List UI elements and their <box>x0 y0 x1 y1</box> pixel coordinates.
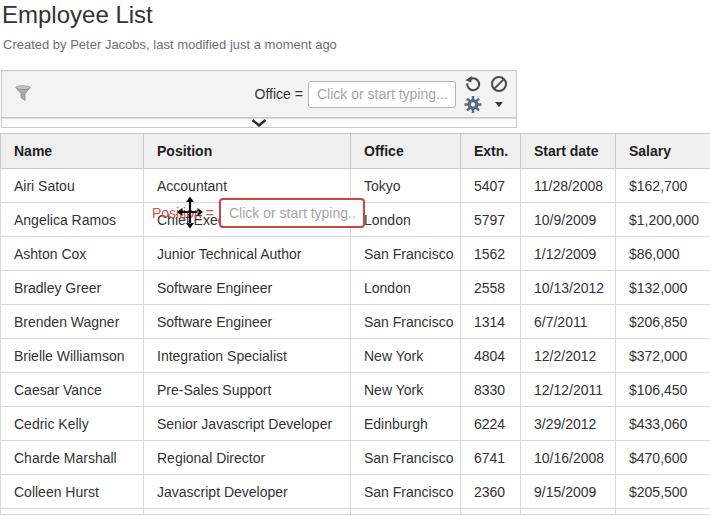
table-row: Cedric KellySenior Javascript DeveloperE… <box>1 407 710 441</box>
employee-table: NamePositionOfficeExtn.Start dateSalary … <box>0 133 710 515</box>
cell-name <box>1 509 144 515</box>
page-title: Employee List <box>2 1 153 29</box>
filter-panel-actions <box>463 75 513 113</box>
cell-office: London <box>351 271 461 305</box>
table-row: Caesar VancePre-Sales SupportNew York833… <box>1 373 710 407</box>
cell-name: Brielle Williamson <box>1 339 144 373</box>
cell-start-date: 6/7/2011 <box>521 305 616 339</box>
column-header-position[interactable]: Position <box>144 134 351 169</box>
office-filter-input[interactable] <box>308 81 456 108</box>
cell-salary: $206,850 <box>616 305 710 339</box>
cell-extn: 2360 <box>461 475 521 509</box>
cell-extn: 6224 <box>461 407 521 441</box>
column-header-office[interactable]: Office <box>351 134 461 169</box>
cell-position: Software Engineer <box>144 305 351 339</box>
cell-name: Brenden Wagner <box>1 305 144 339</box>
cell-salary: $433,060 <box>616 407 710 441</box>
cell-start-date: 9/15/2009 <box>521 475 616 509</box>
table-row: Charde MarshallRegional DirectorSan Fran… <box>1 441 710 475</box>
cell-start-date: 11/28/2008 <box>521 169 616 203</box>
cell-name: Angelica Ramos <box>1 203 144 237</box>
cell-salary: $86,000 <box>616 237 710 271</box>
cell-position: Pre-Sales Support <box>144 373 351 407</box>
position-filter-input[interactable] <box>219 198 365 228</box>
drag-filter-field-label: Position <box>152 205 202 221</box>
cell-salary: $470,600 <box>616 441 710 475</box>
cell-position <box>144 509 351 515</box>
byline: Created by Peter Jacobs, last modified j… <box>3 37 337 52</box>
cell-name: Charde Marshall <box>1 441 144 475</box>
cell-position: Senior Javascript Developer <box>144 407 351 441</box>
cell-extn: 1314 <box>461 305 521 339</box>
funnel-icon <box>13 84 33 104</box>
filter-panel: Office = <box>1 70 517 118</box>
cell-extn: 1562 <box>461 237 521 271</box>
cell-position: Junior Technical Author <box>144 237 351 271</box>
dropdown-caret-icon[interactable] <box>494 95 504 113</box>
table-header: NamePositionOfficeExtn.Start dateSalary <box>1 134 710 169</box>
cell-office: New York <box>351 373 461 407</box>
cell-position: Integration Specialist <box>144 339 351 373</box>
cell-salary: $205,500 <box>616 475 710 509</box>
filter-operator: = <box>295 86 303 102</box>
cell-extn: 8330 <box>461 373 521 407</box>
cell-salary: $132,000 <box>616 271 710 305</box>
table-row: Bradley GreerSoftware EngineerLondon2558… <box>1 271 710 305</box>
cell-start-date: 12/12/2011 <box>521 373 616 407</box>
cell-name: Caesar Vance <box>1 373 144 407</box>
cell-position: Software Engineer <box>144 271 351 305</box>
cell-start-date: 10/13/2012 <box>521 271 616 305</box>
cell-start-date: 12/2/2012 <box>521 339 616 373</box>
table-row: Brenden WagnerSoftware EngineerSan Franc… <box>1 305 710 339</box>
cell-extn: 2558 <box>461 271 521 305</box>
cell-position: Javascript Developer <box>144 475 351 509</box>
undo-icon[interactable] <box>464 75 482 93</box>
cell-name: Airi Satou <box>1 169 144 203</box>
cell-office: San Francisco <box>351 237 461 271</box>
cell-salary: $106,450 <box>616 373 710 407</box>
column-header-extn[interactable]: Extn. <box>461 134 521 169</box>
cell-start-date: 1/12/2009 <box>521 237 616 271</box>
table-row <box>1 509 710 515</box>
cell-name: Colleen Hurst <box>1 475 144 509</box>
filter-field-label: Office <box>255 86 291 102</box>
collapse-chevron-icon[interactable] <box>251 119 267 127</box>
cell-office: San Francisco <box>351 305 461 339</box>
cell-office: San Francisco <box>351 475 461 509</box>
cell-office: Tokyo <box>351 169 461 203</box>
cell-start-date: 10/9/2009 <box>521 203 616 237</box>
table-row: Brielle WilliamsonIntegration Specialist… <box>1 339 710 373</box>
filter-panel-collapse-bar[interactable] <box>1 118 517 128</box>
cell-salary <box>616 509 710 515</box>
cell-start-date: 10/16/2008 <box>521 441 616 475</box>
cell-extn: 6741 <box>461 441 521 475</box>
cell-salary: $1,200,000 <box>616 203 710 237</box>
cell-office: Edinburgh <box>351 407 461 441</box>
cell-office <box>351 509 461 515</box>
cell-salary: $372,000 <box>616 339 710 373</box>
table-row: Colleen HurstJavascript DeveloperSan Fra… <box>1 475 710 509</box>
cell-name: Bradley Greer <box>1 271 144 305</box>
cell-name: Ashton Cox <box>1 237 144 271</box>
cell-extn: 5407 <box>461 169 521 203</box>
cell-office: San Francisco <box>351 441 461 475</box>
cell-name: Cedric Kelly <box>1 407 144 441</box>
column-header-start-date[interactable]: Start date <box>521 134 616 169</box>
cell-start-date <box>521 509 616 515</box>
cell-position: Regional Director <box>144 441 351 475</box>
cell-start-date: 3/29/2012 <box>521 407 616 441</box>
clear-filter-icon[interactable] <box>490 75 508 93</box>
drag-filter-chip[interactable]: Position = <box>152 198 365 228</box>
column-header-name[interactable]: Name <box>1 134 144 169</box>
cell-extn <box>461 509 521 515</box>
cell-salary: $162,700 <box>616 169 710 203</box>
cell-extn: 4804 <box>461 339 521 373</box>
cell-office: London <box>351 203 461 237</box>
drag-filter-operator: = <box>206 205 214 221</box>
cell-office: New York <box>351 339 461 373</box>
table-row: Ashton CoxJunior Technical AuthorSan Fra… <box>1 237 710 271</box>
cell-extn: 5797 <box>461 203 521 237</box>
column-header-salary[interactable]: Salary <box>616 134 710 169</box>
gear-icon[interactable] <box>464 95 482 113</box>
